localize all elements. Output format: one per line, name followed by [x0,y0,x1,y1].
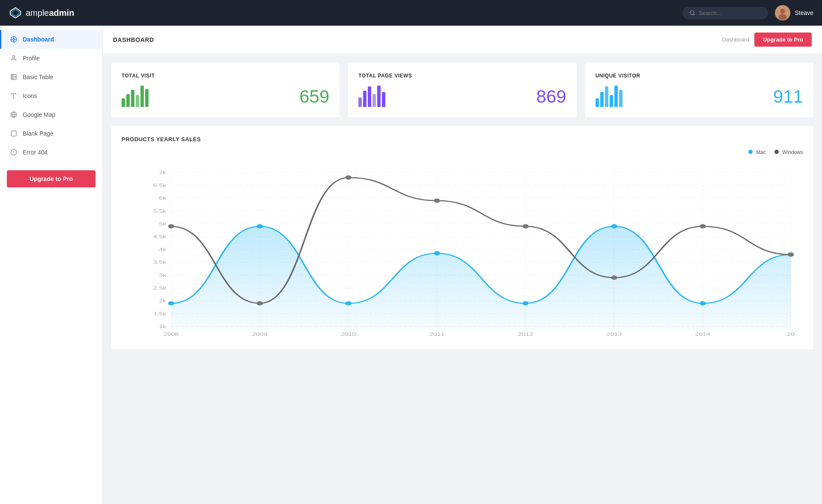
header-upgrade-button[interactable]: Upgrade to Pro [754,33,812,47]
mini-bar [619,90,622,107]
sidebar-item-label: Google Map [23,111,55,118]
content-area: TOTAL VISIT 659 [103,54,822,358]
chart-title: PRODUCTS YEARLY SALES [122,136,803,142]
sidebar: Dashboard Profile Basic Table [0,26,103,504]
breadcrumb-link[interactable]: Dashboard [722,36,749,43]
mini-bar [140,86,144,107]
page-header: DASHBOARD Dashboard Upgrade to Pro [103,26,822,54]
sidebar-item-dashboard[interactable]: Dashboard [0,30,102,49]
svg-text:2013: 2013 [607,332,622,337]
mini-bars-blue [596,86,622,107]
svg-point-8 [13,39,15,40]
map-icon [10,111,18,119]
windows-dot [611,276,617,280]
stat-body: 869 [358,86,566,107]
sidebar-item-label: Blank Page [23,130,54,137]
stat-card-total-visit: TOTAL VISIT 659 [111,62,340,117]
svg-text:20: 20 [787,332,795,337]
stat-value: 869 [536,86,566,107]
table-icon [10,73,18,81]
svg-rect-22 [11,131,16,136]
svg-text:2.5k: 2.5k [153,285,166,291]
page-title: DASHBOARD [113,36,154,43]
svg-text:7k: 7k [159,170,166,175]
sidebar-upgrade-button[interactable]: Upgrade to Pro [7,170,95,187]
sidebar-item-blank-page[interactable]: Blank Page [0,124,102,143]
legend-windows: Windows [774,149,803,155]
sidebar-item-label: Dashboard [23,36,54,43]
stat-card-unique-visitor: UNIQUE VISITOR 911 [585,62,813,117]
mini-bars-green [122,86,149,107]
mini-bar [122,98,125,107]
sidebar-item-icons[interactable]: Icons [0,86,102,105]
windows-dot [345,175,351,180]
mini-bar [368,86,371,107]
svg-text:5k: 5k [159,221,166,226]
svg-text:2008: 2008 [164,332,179,337]
breadcrumb: Dashboard [722,36,749,43]
avatar [775,5,790,21]
mini-bar [136,95,139,107]
search-icon [689,10,695,16]
windows-dot [168,224,174,228]
svg-text:4.5k: 4.5k [153,234,166,239]
sidebar-item-basic-table[interactable]: Basic Table [0,68,102,86]
mac-dot [345,301,351,305]
layout: Dashboard Profile Basic Table [0,26,822,504]
mini-bar [600,92,604,107]
svg-point-2 [690,11,694,15]
svg-marker-1 [12,9,19,16]
brand-logo-icon [9,6,22,20]
mac-dot [257,224,263,228]
mini-bar [372,94,376,107]
svg-text:2012: 2012 [518,332,533,337]
sidebar-item-label: Icons [23,92,37,99]
svg-point-5 [780,9,785,14]
main-content: DASHBOARD Dashboard Upgrade to Pro TOTAL… [103,26,822,504]
legend-mac: Mac [748,149,766,155]
chart-legend: Mac Windows [122,149,803,155]
navbar-right: Steave [682,5,813,21]
brand: ampleadmin [9,6,111,20]
brand-name: ampleadmin [26,8,74,18]
stat-body: 911 [596,86,803,107]
windows-dot [434,199,440,203]
mini-bar [614,86,618,107]
mini-bar [382,92,385,107]
mini-bar [126,94,130,107]
mini-bar [363,91,366,107]
sidebar-item-error-404[interactable]: Error 404 [0,143,102,162]
svg-text:6.5k: 6.5k [153,183,166,188]
windows-dot [788,252,794,257]
sidebar-item-profile[interactable]: Profile [0,49,102,68]
svg-text:2011: 2011 [429,332,444,337]
svg-text:3k: 3k [159,273,166,278]
mac-dot [168,301,174,305]
search-box[interactable] [682,7,768,19]
mini-bar [358,98,362,107]
chart-card: PRODUCTS YEARLY SALES Mac Windows [111,126,813,350]
sidebar-upgrade-section: Upgrade to Pro [7,170,95,187]
svg-text:2k: 2k [159,298,166,303]
svg-text:5.5k: 5.5k [153,208,166,213]
mac-dot [434,251,440,255]
navbar: ampleadmin Steave [0,0,822,26]
search-input[interactable] [699,10,759,16]
stats-row: TOTAL VISIT 659 [111,62,813,117]
windows-dot [700,224,706,228]
stat-label: UNIQUE VISITOR [596,73,803,79]
chart-svg: 7k 6.5k 6k 5.5k 5k 4.5k 4k 3.5k 3k 2.5k … [122,160,803,339]
stat-value: 659 [299,86,329,107]
user-area[interactable]: Steave [775,5,813,21]
mini-bar [377,86,381,107]
stat-label: TOTAL PAGE VIEWS [358,73,566,79]
sidebar-item-google-map[interactable]: Google Map [0,105,102,124]
sidebar-item-label: Error 404 [23,149,48,156]
svg-text:1k: 1k [159,324,166,329]
mini-bar [605,86,608,107]
svg-text:2014: 2014 [695,332,711,337]
svg-line-3 [694,14,695,15]
mac-dot [611,224,617,228]
stat-body: 659 [122,86,329,107]
sidebar-item-label: Profile [23,55,40,62]
